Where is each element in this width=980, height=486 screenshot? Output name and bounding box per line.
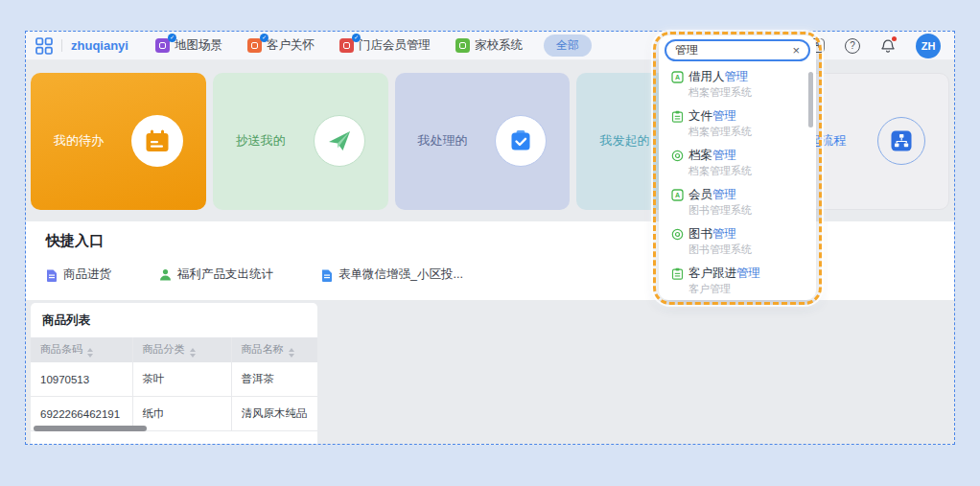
verified-badge-icon: ✓ (168, 34, 176, 42)
tab-store-member[interactable]: ✓ 门店会员管理 (339, 37, 431, 54)
cell-barcode: 10970513 (31, 362, 132, 397)
tab-map-scene[interactable]: ✓ 地图场景 (155, 37, 222, 54)
app-icon-orange: ✓ (247, 38, 262, 53)
document-icon (46, 268, 58, 282)
verified-badge-icon: ✓ (352, 34, 361, 42)
sort-icon[interactable] (190, 348, 196, 358)
target-icon (671, 150, 684, 162)
quick-link-welfare-stats[interactable]: 福利产品支出统计 (159, 266, 273, 283)
result-app-name: 客户管理 (688, 283, 816, 294)
quick-link-product-purchase[interactable]: 商品进货 (46, 266, 111, 283)
sort-icon[interactable] (289, 348, 294, 358)
search-input[interactable] (675, 44, 792, 58)
column-header-name[interactable]: 商品名称 (231, 337, 317, 362)
search-input-pill[interactable]: × (665, 39, 810, 61)
cell-name: 清风原木纯品 (231, 397, 317, 431)
badge-a-icon: A (671, 71, 684, 83)
cell-name: 普洱茶 (231, 362, 317, 397)
search-results-list: A 借用人管理 档案管理系统 文件管理 档案管理系统 (659, 66, 816, 300)
tab-label: 家校系统 (475, 37, 523, 54)
cell-category: 茶叶 (132, 362, 231, 397)
user-avatar[interactable]: ZH (916, 34, 941, 58)
result-app-name: 档案管理系统 (688, 126, 816, 137)
cell-category: 纸巾 (132, 397, 231, 431)
dashboard-section: 商品列表 商品条码 商品分类 商品名称 (26, 300, 954, 444)
product-table: 商品条码 商品分类 商品名称 10970513 茶叶 普洱茶 (31, 337, 317, 431)
card-my-todo[interactable]: 我的待办 (31, 73, 206, 210)
card-handled-by-me[interactable]: 我处理的 (395, 73, 571, 210)
search-result-member[interactable]: A 会员管理 图书管理系统 (671, 188, 816, 216)
tab-home-school[interactable]: 家校系统 (455, 37, 523, 54)
result-app-name: 档案管理系统 (688, 165, 816, 176)
app-icon-purple: ✓ (155, 38, 170, 53)
clipboard-icon (671, 110, 684, 123)
card-cc-to-me[interactable]: 抄送我的 (213, 73, 388, 210)
person-icon (159, 268, 172, 281)
horizontal-scrollbar[interactable] (34, 426, 147, 431)
clipboard-icon (671, 267, 684, 280)
tab-label: 地图场景 (175, 37, 222, 54)
workspace-name[interactable]: zhuqianyi (71, 38, 128, 53)
tab-customer-care[interactable]: ✓ 客户关怀 (247, 37, 315, 54)
target-icon (671, 228, 684, 241)
search-result-book[interactable]: 图书管理 图书管理系统 (671, 227, 816, 255)
all-apps-button[interactable]: 全部 (544, 35, 592, 57)
clipboard-check-icon (495, 115, 547, 167)
badge-a-icon: A (671, 189, 684, 201)
app-icon-red: ✓ (339, 38, 354, 53)
flow-org-icon (877, 117, 925, 165)
notification-dot (892, 36, 897, 41)
help-icon[interactable]: ? (845, 38, 860, 54)
search-dropdown-panel: × A 借用人管理 档案管理系统 文件管理 (659, 35, 816, 300)
sort-icon[interactable] (87, 348, 93, 358)
tab-label: 门店会员管理 (359, 37, 431, 54)
result-app-name: 档案管理系统 (688, 86, 816, 98)
document-icon (321, 268, 333, 282)
column-header-category[interactable]: 商品分类 (132, 337, 231, 362)
column-header-barcode[interactable]: 商品条码 (31, 337, 132, 362)
result-app-name: 图书管理系统 (688, 243, 816, 255)
search-result-customer-follow[interactable]: 客户跟进管理 客户管理 (671, 266, 816, 294)
paper-plane-icon (314, 115, 365, 167)
calendar-icon (131, 115, 183, 167)
svg-text:A: A (675, 74, 680, 81)
search-result-file[interactable]: 文件管理 档案管理系统 (671, 109, 816, 137)
product-list-card: 商品列表 商品条码 商品分类 商品名称 (31, 303, 317, 444)
verified-badge-icon: ✓ (260, 34, 268, 42)
header-divider (61, 39, 62, 52)
quick-link-form-wechat[interactable]: 表单微信增强_小区投... (321, 266, 463, 283)
result-app-name: 图书管理系统 (688, 204, 816, 216)
app-launcher-icon[interactable] (35, 37, 53, 55)
table-row[interactable]: 10970513 茶叶 普洱茶 (31, 362, 317, 397)
tab-label: 客户关怀 (267, 37, 315, 54)
notification-bell-icon[interactable] (880, 38, 896, 54)
search-result-archive[interactable]: 档案管理 档案管理系统 (671, 149, 816, 176)
clear-search-icon[interactable]: × (792, 44, 800, 57)
svg-text:A: A (675, 192, 680, 198)
dropdown-scrollbar[interactable] (808, 72, 813, 127)
app-icon-green (455, 38, 470, 53)
search-result-borrower[interactable]: A 借用人管理 档案管理系统 (671, 70, 816, 98)
product-list-title: 商品列表 (31, 312, 317, 329)
